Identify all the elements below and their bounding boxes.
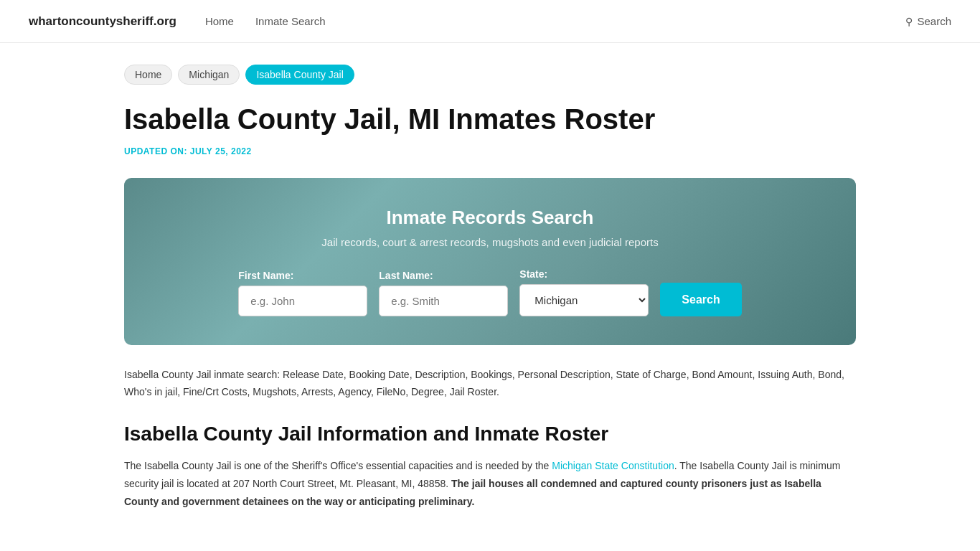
state-group: State: Michigan Alabama Alaska Arizona A… (519, 268, 649, 316)
search-box-subtitle: Jail records, court & arrest records, mu… (160, 236, 820, 248)
breadcrumb-home[interactable]: Home (124, 65, 172, 85)
first-name-input[interactable] (238, 286, 367, 316)
first-name-label: First Name: (238, 270, 367, 281)
search-icon: ⚲ (905, 16, 913, 27)
inmate-records-search-box: Inmate Records Search Jail records, cour… (124, 178, 856, 345)
navbar-search-label: Search (917, 15, 951, 27)
last-name-label: Last Name: (379, 270, 508, 281)
section-body-text: The Isabella County Jail is one of the S… (124, 457, 856, 512)
navbar-brand[interactable]: whartoncountysheriff.org (29, 14, 176, 29)
breadcrumb-michigan[interactable]: Michigan (178, 65, 240, 85)
breadcrumb: Home Michigan Isabella County Jail (124, 65, 856, 85)
section-title: Isabella County Jail Information and Inm… (124, 423, 856, 446)
first-name-group: First Name: (238, 270, 367, 316)
navbar: whartoncountysheriff.org Home Inmate Sea… (0, 0, 980, 43)
nav-link-inmate-search[interactable]: Inmate Search (255, 15, 326, 27)
page-title: Isabella County Jail, MI Inmates Roster (124, 102, 856, 136)
navbar-search-trigger[interactable]: ⚲ Search (905, 15, 951, 27)
search-button[interactable]: Search (660, 283, 741, 316)
last-name-input[interactable] (379, 286, 508, 316)
navbar-links: Home Inmate Search (205, 15, 877, 27)
description-text: Isabella County Jail inmate search: Rele… (124, 367, 856, 401)
nav-link-home[interactable]: Home (205, 15, 234, 27)
state-select[interactable]: Michigan Alabama Alaska Arizona Arkansas… (519, 284, 649, 316)
state-label: State: (519, 268, 649, 280)
last-name-group: Last Name: (379, 270, 508, 316)
michigan-constitution-link[interactable]: Michigan State Constitution (552, 460, 674, 471)
search-box-title: Inmate Records Search (160, 207, 820, 229)
breadcrumb-isabella-county-jail[interactable]: Isabella County Jail (245, 65, 354, 85)
updated-date: UPDATED ON: JULY 25, 2022 (124, 146, 856, 156)
search-form: First Name: Last Name: State: Michigan A… (160, 268, 820, 316)
main-content: Home Michigan Isabella County Jail Isabe… (95, 43, 885, 532)
